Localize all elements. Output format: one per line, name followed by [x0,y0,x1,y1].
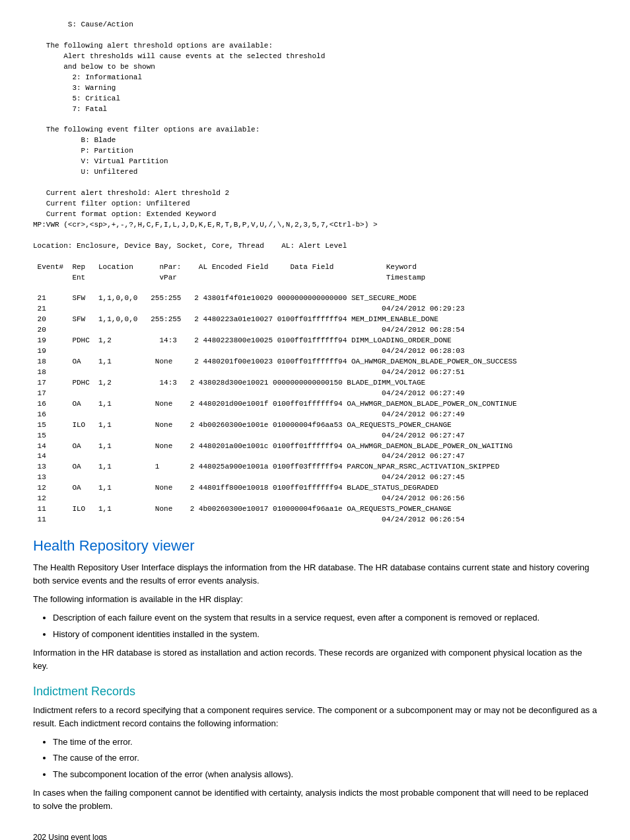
indictment-paragraph-1: Indictment refers to a record specifying… [33,704,597,730]
page-footer: 202 Using event logs [33,833,597,840]
indictment-bullet-item: The cause of the error. [53,751,597,765]
indictment-bullet-item: The subcomponent location of the error (… [53,768,597,781]
code-block: S: Cause/Action The following alert thre… [33,20,597,525]
health-bullet-item: Description of each failure event on the… [53,611,597,625]
indictment-bullet-list: The time of the error.The cause of the e… [53,736,597,781]
indictment-paragraph-2: In cases when the failing component cann… [33,786,597,813]
health-paragraph-1: The Health Repository User Interface dis… [33,561,597,588]
health-paragraph-2: The following information is available i… [33,593,597,606]
health-bullet-item: History of component identities installe… [53,628,597,641]
health-paragraph-3: Information in the HR database is stored… [33,646,597,673]
health-bullet-list: Description of each failure event on the… [53,611,597,640]
indictment-bullet-item: The time of the error. [53,736,597,749]
health-repository-heading: Health Repository viewer [33,537,597,554]
indictment-records-heading: Indictment Records [33,685,597,699]
